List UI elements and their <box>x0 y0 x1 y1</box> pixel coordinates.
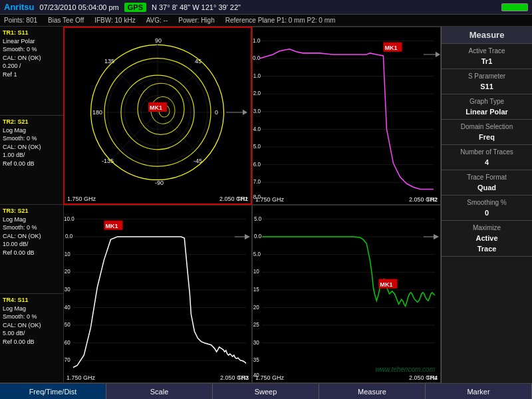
domain-value[interactable]: Freq <box>446 132 528 142</box>
graph-tr2[interactable]: 1.0 0.0 -1.0 -2.0 -3.0 -4.0 -5.0 -6.0 -7… <box>252 27 441 205</box>
svg-marker-24 <box>243 110 247 115</box>
svg-text:-135: -135 <box>102 158 114 164</box>
top-bar: Anritsu 07/23/2010 05:04:00 pm GPS N 37°… <box>0 0 532 15</box>
svg-text:-10: -10 <box>64 251 70 257</box>
svg-text:-10: -10 <box>253 269 259 275</box>
scale-button[interactable]: Scale <box>106 384 213 399</box>
svg-text:MK1: MK1 <box>105 223 118 229</box>
trace-3-info: TR3: S21 Log Mag Smooth: 0 % CAL: ON (OK… <box>0 205 63 294</box>
watermark: www.tehencom.com <box>376 366 435 373</box>
maximize-section: Maximize Active Trace <box>442 221 532 257</box>
tr1-label: TR1 <box>237 196 248 202</box>
tr2-label: TR2 <box>426 196 438 203</box>
svg-text:0.0: 0.0 <box>253 55 261 61</box>
datetime: 07/23/2010 05:04:00 pm <box>40 3 119 11</box>
svg-marker-89 <box>434 234 439 239</box>
measure-section[interactable]: Measure <box>442 27 532 44</box>
trace-info-panel: TR1: S11 Linear Polar Smooth: 0 % CAL: O… <box>0 27 63 383</box>
points-label: Points: 801 <box>4 17 37 24</box>
trace-4-info: TR4: S11 Log Mag Smooth: 0 % CAL: ON (OK… <box>0 294 63 383</box>
graph-tr1[interactable]: 90 -90 180 0 135 45 -135 -45 MK1 <box>63 27 252 205</box>
active-trace-section: Active Trace Tr1 <box>442 44 532 69</box>
active-trace-value[interactable]: Tr1 <box>446 56 528 66</box>
svg-text:180: 180 <box>92 109 102 116</box>
svg-text:-35: -35 <box>253 357 259 363</box>
trace-format-value[interactable]: Quad <box>446 182 528 193</box>
graph-type-section: Graph Type Linear Polar <box>442 94 532 120</box>
graph-tr3[interactable]: 10.0 0.0 -10 -20 -30 -40 -50 -60 -70 MK1… <box>63 205 252 383</box>
svg-text:MK1: MK1 <box>384 45 397 51</box>
svg-text:MK1: MK1 <box>150 104 162 111</box>
svg-text:10.0: 10.0 <box>64 215 74 221</box>
num-traces-section: Number of Traces 4 <box>442 145 532 170</box>
svg-text:-30: -30 <box>64 287 70 293</box>
svg-text:0: 0 <box>215 109 218 116</box>
measure-button[interactable]: Measure <box>319 384 426 399</box>
main-area: TR1: S11 Linear Polar Smooth: 0 % CAL: O… <box>0 27 532 383</box>
right-sidebar: Measure Active Trace Tr1 S Parameter S11… <box>441 27 532 383</box>
bias-tee-label: Bias Tee Off <box>48 17 84 24</box>
power-label: Power: High <box>178 17 214 24</box>
svg-text:-40: -40 <box>64 304 70 310</box>
graphs-area: 90 -90 180 0 135 45 -135 -45 MK1 <box>63 27 441 383</box>
logo: Anritsu <box>4 2 35 12</box>
svg-text:-5.0: -5.0 <box>253 251 261 257</box>
svg-text:-25: -25 <box>253 322 259 328</box>
svg-text:-2.0: -2.0 <box>253 90 261 96</box>
svg-text:-20: -20 <box>64 269 70 275</box>
svg-text:-4.0: -4.0 <box>253 126 261 132</box>
trace-1-info: TR1: S11 Linear Polar Smooth: 0 % CAL: O… <box>0 27 63 116</box>
gps-indicator: GPS <box>124 3 146 12</box>
svg-text:135: 135 <box>104 58 114 65</box>
svg-text:-20: -20 <box>253 304 259 310</box>
svg-marker-69 <box>245 234 250 239</box>
svg-text:-70: -70 <box>64 357 70 363</box>
domain-section: Domain Selection Freq <box>442 120 532 145</box>
tr4-freq-left: 1.750 GHz <box>255 374 284 381</box>
num-traces-value[interactable]: 4 <box>446 157 528 168</box>
measure-title: Measure <box>446 29 528 41</box>
s-param-value[interactable]: S11 <box>446 81 528 92</box>
tr1-freq-left: 1.750 GHz <box>67 196 96 202</box>
svg-text:-7.0: -7.0 <box>253 179 261 185</box>
maximize-trace-value[interactable]: Trace <box>446 243 528 254</box>
svg-text:5.0: 5.0 <box>254 215 262 221</box>
svg-text:90: 90 <box>155 37 162 44</box>
svg-text:-6.0: -6.0 <box>253 162 261 168</box>
svg-text:-60: -60 <box>64 340 70 346</box>
svg-marker-47 <box>436 52 440 57</box>
ifbw-label: IFBW: 10 kHz <box>94 17 136 24</box>
graph-type-label: Graph Type <box>446 96 528 106</box>
svg-text:-1.0: -1.0 <box>253 73 261 79</box>
gps-coords: N 37° 8' 48" W 121° 39' 22" <box>152 3 241 11</box>
graph-type-value[interactable]: Linear Polar <box>446 106 528 117</box>
tr3-freq-left: 1.750 GHz <box>66 374 95 381</box>
smoothing-value[interactable]: 0 <box>446 207 528 218</box>
trace-format-section: Trace Format Quad <box>442 170 532 196</box>
svg-text:-15: -15 <box>253 287 259 293</box>
maximize-label: Maximize <box>446 223 528 233</box>
s-param-section: S Parameter S11 <box>442 69 532 94</box>
active-trace-label: Active Trace <box>446 46 528 56</box>
marker-button[interactable]: Marker <box>426 384 532 399</box>
svg-text:-30: -30 <box>253 340 259 346</box>
s-param-label: S Parameter <box>446 71 528 81</box>
smoothing-section: Smoothing % 0 <box>442 196 532 221</box>
maximize-active-value[interactable]: Active <box>446 233 528 243</box>
num-traces-label: Number of Traces <box>446 147 528 157</box>
svg-text:-3.0: -3.0 <box>253 108 261 114</box>
tr2-freq-left: 1.750 GHz <box>255 196 284 203</box>
trace-format-label: Trace Format <box>446 172 528 182</box>
graph-tr4[interactable]: 5.0 0.0 -5.0 -10 -15 -20 -25 -30 -35 -40… <box>252 205 441 383</box>
svg-text:MK1: MK1 <box>380 281 392 288</box>
svg-text:0.0: 0.0 <box>254 233 262 239</box>
battery-indicator <box>501 3 528 11</box>
tr4-label: TR4 <box>426 374 438 381</box>
svg-text:-50: -50 <box>64 322 70 328</box>
svg-text:-5.0: -5.0 <box>253 144 261 150</box>
domain-label: Domain Selection <box>446 122 528 132</box>
sweep-button[interactable]: Sweep <box>213 384 319 399</box>
svg-text:0.0: 0.0 <box>65 233 73 239</box>
freq-time-dist-button[interactable]: Freq/Time/Dist <box>0 384 106 399</box>
ref-plane-label: Reference Plane P1: 0 mm P2: 0 mm <box>225 17 336 24</box>
